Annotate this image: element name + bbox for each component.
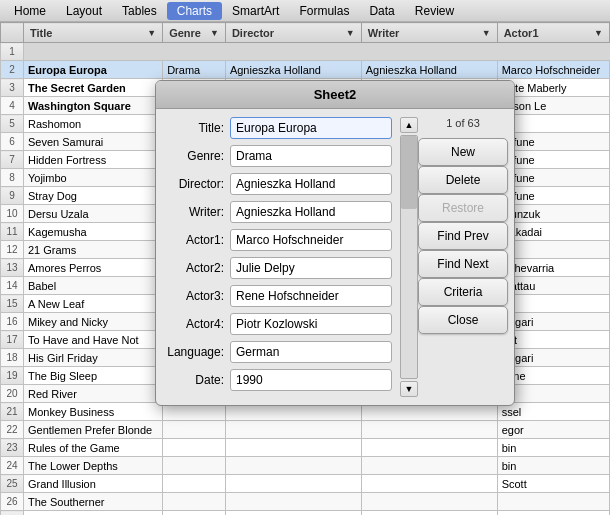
- form-row-actor2: Actor2:: [162, 257, 392, 279]
- menu-formulas[interactable]: Formulas: [289, 2, 359, 20]
- form-label-actor4: Actor4:: [162, 317, 230, 331]
- form-input-title[interactable]: [230, 117, 392, 139]
- menu-smartart[interactable]: SmartArt: [222, 2, 289, 20]
- find-next-button[interactable]: Find Next: [418, 250, 508, 278]
- form-row-date: Date:: [162, 369, 392, 391]
- form-label-language: Language:: [162, 345, 230, 359]
- dialog-body: Title:Genre:Director:Writer:Actor1:Actor…: [156, 109, 514, 405]
- scroll-area: ▲ ▼: [400, 117, 418, 397]
- criteria-button[interactable]: Criteria: [418, 278, 508, 306]
- form-label-director: Director:: [162, 177, 230, 191]
- menubar: Home Layout Tables Charts SmartArt Formu…: [0, 0, 610, 22]
- menu-home[interactable]: Home: [4, 2, 56, 20]
- form-row-director: Director:: [162, 173, 392, 195]
- form-row-actor3: Actor3:: [162, 285, 392, 307]
- form-input-date[interactable]: [230, 369, 392, 391]
- form-label-actor3: Actor3:: [162, 289, 230, 303]
- close-button[interactable]: Close: [418, 306, 508, 334]
- form-row-actor1: Actor1:: [162, 229, 392, 251]
- form-row-genre: Genre:: [162, 145, 392, 167]
- form-input-actor2[interactable]: [230, 257, 392, 279]
- form-row-title: Title:: [162, 117, 392, 139]
- new-button[interactable]: New: [418, 138, 508, 166]
- form-dialog: Sheet2 Title:Genre:Director:Writer:Actor…: [155, 80, 515, 406]
- scroll-down-btn[interactable]: ▼: [400, 381, 418, 397]
- menu-data[interactable]: Data: [359, 2, 404, 20]
- dialog-title: Sheet2: [314, 87, 357, 102]
- form-label-genre: Genre:: [162, 149, 230, 163]
- find-prev-button[interactable]: Find Prev: [418, 222, 508, 250]
- spreadsheet-container: Title ▼ Genre ▼ Director ▼: [0, 22, 610, 515]
- form-input-language[interactable]: [230, 341, 392, 363]
- menu-layout[interactable]: Layout: [56, 2, 112, 20]
- form-label-title: Title:: [162, 121, 230, 135]
- form-row-language: Language:: [162, 341, 392, 363]
- record-info: 1 of 63: [418, 117, 508, 129]
- form-row-writer: Writer:: [162, 201, 392, 223]
- form-label-date: Date:: [162, 373, 230, 387]
- dialog-overlay: Sheet2 Title:Genre:Director:Writer:Actor…: [0, 22, 610, 515]
- form-fields: Title:Genre:Director:Writer:Actor1:Actor…: [162, 117, 398, 397]
- menu-review[interactable]: Review: [405, 2, 464, 20]
- delete-button[interactable]: Delete: [418, 166, 508, 194]
- form-input-actor3[interactable]: [230, 285, 392, 307]
- form-label-actor1: Actor1:: [162, 233, 230, 247]
- form-input-actor4[interactable]: [230, 313, 392, 335]
- scroll-up-btn[interactable]: ▲: [400, 117, 418, 133]
- dialog-titlebar: Sheet2: [156, 81, 514, 109]
- form-input-writer[interactable]: [230, 201, 392, 223]
- menu-charts[interactable]: Charts: [167, 2, 222, 20]
- form-row-actor4: Actor4:: [162, 313, 392, 335]
- restore-button: Restore: [418, 194, 508, 222]
- dialog-buttons: 1 of 63 NewDeleteRestoreFind PrevFind Ne…: [418, 117, 508, 397]
- form-input-director[interactable]: [230, 173, 392, 195]
- form-label-actor2: Actor2:: [162, 261, 230, 275]
- form-input-genre[interactable]: [230, 145, 392, 167]
- form-input-actor1[interactable]: [230, 229, 392, 251]
- menu-tables[interactable]: Tables: [112, 2, 167, 20]
- form-label-writer: Writer:: [162, 205, 230, 219]
